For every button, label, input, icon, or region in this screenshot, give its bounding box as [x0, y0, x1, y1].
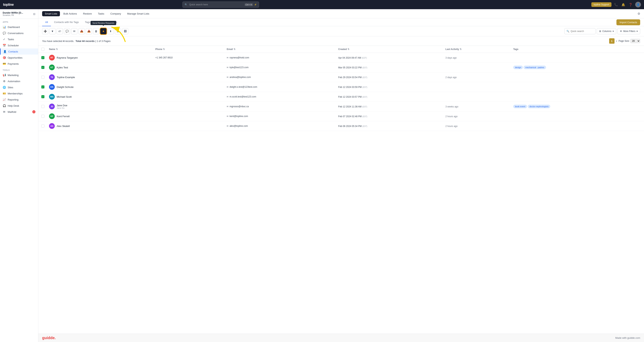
contact-name-cell[interactable]: KF Kent Ferrell	[46, 112, 152, 121]
contact-name-cell[interactable]: KT Kyles Test	[46, 62, 152, 72]
image-button[interactable]: 🖼	[122, 28, 128, 34]
memberships-icon: 🎫	[3, 92, 6, 95]
row-checkbox-unchecked[interactable]	[41, 105, 44, 108]
sidebar-item-reporting[interactable]: 📈 Reporting	[0, 96, 38, 103]
quick-search-input-wrapper[interactable]: 🔍	[564, 28, 596, 34]
sidebar-item-helpdesk[interactable]: 🎧 Help Desk	[0, 103, 38, 109]
columns-button[interactable]: ⊞ Columns ▾	[597, 28, 616, 34]
subnav-manage-smart-lists[interactable]: Manage Smart Lists	[124, 11, 152, 16]
add-button[interactable]: ➕	[42, 28, 48, 34]
table-header-row: Name ⇅ Phone ⇅ Email ⇅ Created ⇅ Last Ac…	[38, 46, 644, 53]
contact-phone-cell	[152, 121, 224, 131]
bell-icon[interactable]: 🔔	[621, 2, 626, 7]
contact-name-cell[interactable]: DS Dwight Schrute	[46, 82, 152, 92]
quick-search-input[interactable]	[570, 30, 594, 32]
page-size-selector: Page Size: 20 50 100	[618, 39, 640, 43]
subnav-restore[interactable]: Restore	[80, 11, 94, 16]
sidebar-item-label: Help Desk	[8, 104, 19, 107]
send-review-requests-button[interactable]: ★	[100, 28, 106, 34]
user-avatar[interactable]: 👤	[635, 2, 641, 8]
row-checkbox-unchecked[interactable]	[41, 124, 44, 128]
sidebar-item-tasks[interactable]: ✓ Tasks	[0, 36, 38, 42]
contact-avatar: TE	[49, 74, 55, 80]
contact-avatar: JD	[49, 104, 55, 109]
more-filters-button[interactable]: ▼ More Filters ▾	[618, 28, 640, 34]
contact-name-cell[interactable]: JD Jane Doe Jane Do	[46, 102, 152, 112]
contact-phone-cell	[152, 72, 224, 82]
row-checkbox-unchecked[interactable]	[41, 76, 44, 79]
contact-full-name: Raynera Targaryen	[57, 56, 78, 59]
subnav-smart-lists[interactable]: Smart Lists	[42, 11, 60, 16]
filter-button[interactable]: ▼	[50, 28, 56, 34]
sidebar-item-dashboard[interactable]: 📊 Dashboard	[0, 24, 38, 30]
sidebar-item-automation[interactable]: ⚙ Automation	[0, 78, 38, 84]
import-contacts-button[interactable]: Import Contacts	[616, 19, 640, 25]
contact-name-cell[interactable]: RT Raynera Targaryen	[46, 53, 152, 62]
upload-button[interactable]: 📤	[78, 28, 84, 34]
row-checkbox-checked[interactable]	[41, 86, 44, 88]
help-icon[interactable]: ❓	[628, 2, 633, 7]
email-address: alex@topline.com	[230, 125, 248, 127]
global-search-bar[interactable]: 🔍 Quick search here Ctrl + K ⚡	[182, 2, 259, 8]
subnav-tasks[interactable]: Tasks	[95, 11, 107, 16]
sidebar-item-contacts[interactable]: 👤 Contacts	[0, 48, 38, 54]
email-icon: ✉	[227, 56, 228, 59]
created-date: Feb 12 2024 03:57 PM	[338, 96, 362, 98]
table-row: JD Jane Doe Jane Do ✉mgrosso@nbuc.caFeb …	[38, 102, 644, 112]
status-bar: You have selected 4 records. Total 44 re…	[38, 36, 644, 46]
contact-tag: mechanical · padres	[524, 66, 546, 69]
filter-icon: ▼	[620, 30, 622, 32]
contact-full-name: Jane Doe	[57, 104, 68, 107]
sidebar-toggle[interactable]: ⊟	[33, 12, 36, 16]
chat-button[interactable]: 💬	[64, 28, 70, 34]
download-button[interactable]: ⬇	[108, 28, 114, 34]
tab-contacts-with-tags[interactable]: Contacts with Tags	[93, 18, 120, 26]
contact-name-cell[interactable]: TE Topline Example	[46, 72, 152, 82]
export-button[interactable]: 📥	[86, 28, 92, 34]
email-address: m.scott.test@test123.com	[230, 95, 256, 98]
row-checkbox-checked[interactable]	[41, 56, 44, 59]
support-button[interactable]: topline Support	[591, 2, 612, 7]
sidebar-item-mailfold[interactable]: ✉ Mailfold 11	[0, 109, 38, 115]
sidebar-item-marketing[interactable]: 📢 Marketing	[0, 72, 38, 78]
contact-full-name: Michael Scott	[57, 95, 72, 98]
sidebar-item-memberships[interactable]: 🎫 Memberships	[0, 90, 38, 96]
sidebar-item-scheduler[interactable]: 📅 Scheduler	[0, 42, 38, 48]
mailfold-badge: 11	[32, 110, 36, 113]
next-page-button[interactable]: ›	[616, 39, 617, 43]
columns-icon: ⊞	[599, 30, 601, 32]
helpdesk-icon: 🎧	[3, 104, 6, 107]
select-all-checkbox[interactable]	[41, 48, 44, 51]
tab-contacts-no-tags[interactable]: Contacts with No Tags	[51, 18, 82, 26]
payments-icon: 💳	[3, 62, 6, 65]
created-date: Feb 12 2024 11:38 AM	[338, 105, 362, 108]
phone-icon[interactable]: 📞	[613, 2, 619, 7]
guidde-logo: guidde.	[42, 336, 56, 340]
sidebar-item-label: Payments	[8, 62, 19, 65]
email-button[interactable]: ✉	[71, 28, 77, 34]
sidebar-item-sites[interactable]: 🌐 Sites	[0, 84, 38, 90]
page-size-select[interactable]: 20 50 100	[630, 39, 640, 43]
contact-name-cell[interactable]: MS Michael Scott	[46, 92, 152, 102]
search-icon: 🔍	[184, 3, 188, 6]
th-checkbox[interactable]	[38, 46, 46, 53]
tag-button[interactable]: 🏷	[57, 28, 63, 34]
sidebar-item-payments[interactable]: 💳 Payments	[0, 61, 38, 67]
created-tz: (EST)	[362, 125, 367, 127]
delete-button[interactable]: 🗑	[93, 28, 99, 34]
sidebar-item-conversations[interactable]: 💬 Conversations	[0, 30, 38, 36]
row-checkbox-checked[interactable]	[41, 66, 44, 69]
contact-email-cell: ✉dwight.s.test@123test.com	[224, 82, 335, 92]
row-checkbox-unchecked[interactable]	[41, 115, 44, 118]
settings-gear-icon[interactable]: ⚙	[638, 12, 640, 16]
row-checkbox-checked[interactable]	[41, 95, 44, 98]
sidebar-item-opportunities[interactable]: 🎯 Opportunities	[0, 54, 38, 61]
tab-all[interactable]: All	[42, 18, 51, 26]
created-tz: (EST)	[362, 106, 367, 108]
email-address: dwight.s.test@123test.com	[230, 86, 257, 88]
subnav-bulk-actions[interactable]: Bulk Actions	[61, 11, 80, 16]
tab-tags[interactable]: Tags	[82, 18, 93, 26]
subnav-company[interactable]: Company	[108, 11, 124, 16]
contact-name-cell[interactable]: AS Alex Skatell	[46, 121, 152, 131]
grid-button[interactable]: ⊞	[115, 28, 121, 34]
